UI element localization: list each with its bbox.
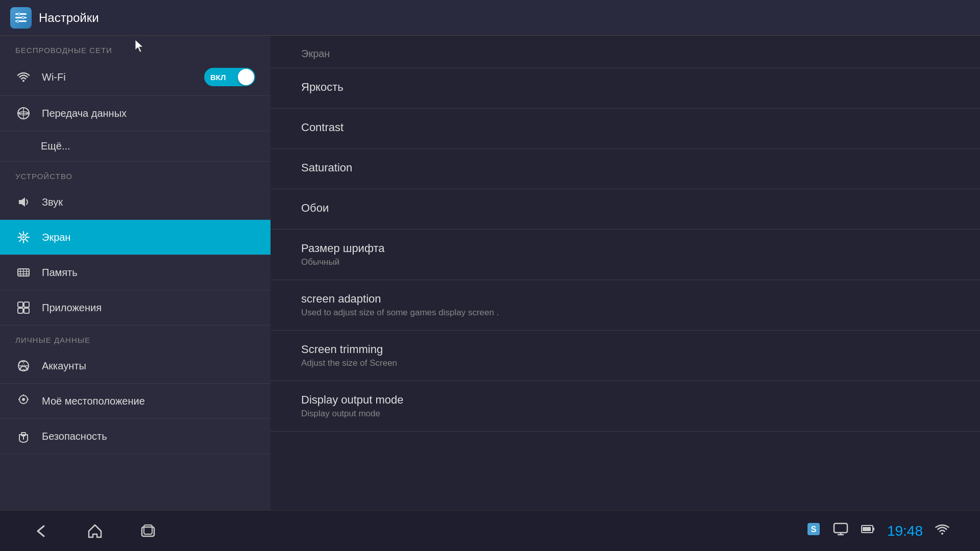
sound-label: Звук: [42, 196, 63, 208]
sidebar-item-accounts[interactable]: Аккаунты: [0, 348, 271, 384]
svg-marker-10: [19, 197, 25, 207]
settings-item-wallpaper[interactable]: Обои: [271, 189, 980, 230]
svg-rect-30: [24, 308, 29, 313]
svg-rect-48: [834, 523, 847, 533]
sidebar-item-location[interactable]: Моё местоположение: [0, 384, 271, 419]
section-header-personal: ЛИЧНЫЕ ДАННЫЕ: [0, 325, 271, 348]
recent-apps-button[interactable]: [137, 520, 159, 542]
sidebar: БЕСПРОВОДНЫЕ СЕТИ Wi-Fi ВКЛ: [0, 36, 271, 510]
brightness-title: Яркость: [301, 81, 949, 94]
toggle-thumb: [238, 69, 254, 85]
svg-rect-45: [144, 525, 152, 534]
memory-label: Память: [42, 267, 78, 279]
location-label: Моё местоположение: [42, 395, 145, 407]
svg-line-18: [26, 240, 28, 241]
sidebar-item-screen[interactable]: Экран: [0, 220, 271, 255]
sidebar-item-security[interactable]: Безопасность: [0, 419, 271, 454]
svg-line-17: [19, 233, 21, 235]
section-header-device: УСТРОЙСТВО: [0, 162, 271, 185]
apps-icon: [15, 299, 32, 316]
svg-rect-53: [873, 528, 874, 531]
svg-point-6: [22, 80, 24, 82]
display-output-title: Display output mode: [301, 393, 949, 407]
svg-point-54: [941, 533, 943, 535]
sidebar-item-more[interactable]: Ещё...: [0, 131, 271, 162]
contrast-title: Contrast: [301, 121, 949, 134]
svg-rect-0: [15, 13, 27, 15]
sidebar-item-apps[interactable]: Приложения: [0, 290, 271, 325]
svg-line-20: [19, 240, 21, 241]
data-transfer-icon: [15, 105, 32, 121]
settings-item-screen-trimming[interactable]: Screen trimming Adjust the size of Scree…: [271, 331, 980, 381]
svg-point-3: [18, 13, 20, 15]
top-bar: Настройки: [0, 0, 980, 36]
settings-item-display-output[interactable]: Display output mode Display output mode: [271, 381, 980, 432]
settings-item-contrast[interactable]: Contrast: [271, 109, 980, 149]
screen-label: Экран: [42, 232, 70, 243]
svg-rect-52: [863, 527, 871, 531]
security-label: Безопасность: [42, 431, 107, 442]
sidebar-item-data-transfer[interactable]: Передача данных: [0, 96, 271, 131]
accounts-icon: [15, 358, 32, 374]
wifi-toggle[interactable]: ВКЛ: [204, 68, 255, 86]
svg-rect-29: [18, 308, 23, 313]
settings-item-saturation[interactable]: Saturation: [271, 149, 980, 189]
sidebar-item-wifi[interactable]: Wi-Fi ВКЛ: [0, 59, 271, 96]
apps-label: Приложения: [42, 302, 102, 314]
screen-adaption-subtitle: Used to adjust size of some games displa…: [301, 308, 949, 318]
data-transfer-label: Передача данных: [42, 108, 127, 119]
app-icon: [10, 7, 32, 29]
panel-title: Экран: [301, 48, 330, 59]
wifi-status-icon: [935, 524, 949, 538]
display-output-subtitle: Display output mode: [301, 409, 949, 419]
svg-point-12: [22, 236, 24, 238]
sidebar-item-memory[interactable]: Память: [0, 255, 271, 290]
saturation-title: Saturation: [301, 161, 949, 174]
right-panel: Экран Яркость Contrast Saturation Обои Р…: [271, 36, 980, 510]
screen-icon: [15, 229, 32, 245]
screen-adaption-title: screen adaption: [301, 292, 949, 306]
screen-trimming-title: Screen trimming: [301, 343, 949, 356]
location-icon: [15, 393, 32, 409]
svg-point-43: [23, 436, 24, 437]
home-button[interactable]: [84, 520, 106, 542]
svg-point-4: [22, 16, 24, 19]
font-size-title: Размер шрифта: [301, 242, 949, 255]
wifi-label: Wi-Fi: [42, 71, 204, 83]
memory-icon: [15, 264, 32, 281]
security-icon: [15, 428, 32, 444]
page-title: Настройки: [39, 11, 99, 25]
display-icon: [833, 522, 848, 539]
sound-icon: [15, 194, 32, 210]
svg-rect-27: [18, 302, 23, 307]
toggle-on-label: ВКЛ: [210, 73, 226, 82]
s-icon: S: [806, 522, 821, 540]
settings-item-font-size[interactable]: Размер шрифта Обычный: [271, 230, 980, 280]
screen-trimming-subtitle: Adjust the size of Screen: [301, 358, 949, 368]
svg-line-19: [26, 233, 28, 235]
svg-rect-28: [24, 302, 29, 307]
time-display: 19:48: [887, 523, 923, 539]
bottom-right-area: S 19:48: [806, 522, 949, 540]
main-content: БЕСПРОВОДНЫЕ СЕТИ Wi-Fi ВКЛ: [0, 36, 980, 510]
wallpaper-title: Обои: [301, 202, 949, 215]
bottom-bar: S 19:48: [0, 510, 980, 551]
battery-icon: [861, 522, 875, 540]
accounts-label: Аккаунты: [42, 360, 86, 372]
svg-point-5: [17, 20, 19, 22]
settings-item-screen-adaption[interactable]: screen adaption Used to adjust size of s…: [271, 280, 980, 331]
panel-header: Экран: [271, 36, 980, 68]
bottom-nav: [31, 520, 159, 542]
section-header-wireless: БЕСПРОВОДНЫЕ СЕТИ: [0, 36, 271, 59]
back-button[interactable]: [31, 520, 53, 542]
font-size-subtitle: Обычный: [301, 257, 949, 267]
sidebar-item-sound[interactable]: Звук: [0, 185, 271, 220]
more-label: Ещё...: [41, 140, 70, 152]
wifi-icon: [15, 69, 32, 85]
svg-text:S: S: [811, 525, 817, 534]
settings-item-brightness[interactable]: Яркость: [271, 68, 980, 109]
svg-rect-1: [15, 17, 27, 18]
